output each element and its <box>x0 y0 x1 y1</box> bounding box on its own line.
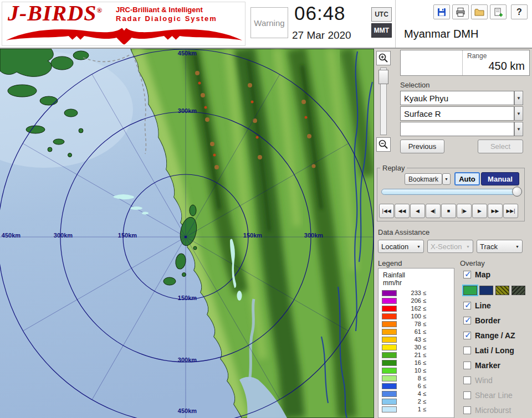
overlay-row-lati-long[interactable]: Lati / Long <box>463 346 530 356</box>
overlay-row-border[interactable]: Border <box>463 316 530 326</box>
transport-step-fwd-button[interactable]: |▶ <box>457 204 472 218</box>
legend-unit-line2: mm/hr <box>383 279 402 287</box>
overlay-row-range-az[interactable]: Range / AZ <box>463 331 530 341</box>
legend-unit-line1: Rainfall <box>383 271 405 279</box>
logo-title: J-BIRDS® <box>8 0 103 26</box>
option-combo-arrow-icon[interactable]: ▼ <box>514 122 523 136</box>
registered-mark: ® <box>96 6 103 14</box>
warning-status-button[interactable]: Warning <box>250 7 288 38</box>
help-button[interactable]: ? <box>511 4 528 19</box>
utc-toggle-button[interactable]: UTC <box>371 7 392 22</box>
legend-swatch <box>382 360 397 366</box>
manual-mode-button[interactable]: Manual <box>481 172 519 185</box>
legend-label: Legend <box>378 259 402 267</box>
bookmark-button[interactable]: Bookmark <box>405 173 442 185</box>
transport-ffwd-button[interactable]: ▶▶ <box>488 204 503 218</box>
transport-last-button[interactable]: ▶▶| <box>503 204 518 218</box>
zoom-in-button[interactable] <box>376 51 391 65</box>
legend-swatch <box>382 298 397 304</box>
location-dropdown-icon: ▼ <box>417 245 421 249</box>
legend-swatch <box>382 391 397 397</box>
zoom-out-button[interactable] <box>376 137 391 152</box>
legend-value: 43 ≤ <box>400 336 426 343</box>
mmt-toggle-button[interactable]: MMT <box>371 23 392 38</box>
header-divider <box>395 0 396 48</box>
data-assistance-label: Data Assistance <box>378 228 429 236</box>
legend-value: 4 ≤ <box>400 390 426 397</box>
selection-label: Selection <box>400 81 429 89</box>
save-button[interactable] <box>433 4 450 19</box>
overlay-row-map[interactable]: Map <box>463 270 530 280</box>
checkbox-marker[interactable] <box>463 362 471 369</box>
previous-button[interactable]: Previous <box>400 140 444 153</box>
bookmark-dropdown-icon[interactable]: ▼ <box>442 173 451 185</box>
overlay-border-label: Border <box>475 316 500 325</box>
overlay-row-microburst: Microburst <box>463 406 530 416</box>
legend-swatch <box>382 406 397 412</box>
checkbox-border[interactable] <box>463 317 471 324</box>
print-button[interactable] <box>452 4 469 19</box>
map-style-swatch-dark[interactable] <box>511 286 525 295</box>
open-folder-button[interactable] <box>471 4 488 19</box>
transport-stop-button[interactable]: ■ <box>441 204 456 218</box>
checkbox-shear-line <box>463 391 471 399</box>
legend-box: Rainfall mm/hr 233 ≤ 206 ≤ 162 ≤ 100 ≤ 7… <box>378 268 454 418</box>
legend-value: 2 ≤ <box>400 398 426 405</box>
overlay-row-marker[interactable]: Marker <box>463 361 530 371</box>
transport-play-back-button[interactable]: ◀ <box>410 204 425 218</box>
checkbox-range-az[interactable] <box>463 332 471 339</box>
ring-label-300-bottom: 300km <box>175 357 200 363</box>
control-panel: Range 450 km Selection Kyauk Phyu ▼ Surf… <box>374 49 532 418</box>
eagle-logo-icon <box>4 25 244 45</box>
checkbox-map[interactable] <box>463 271 471 278</box>
auto-mode-button[interactable]: Auto <box>454 172 480 185</box>
legend-swatch <box>382 337 397 343</box>
legend-value: 8 ≤ <box>400 375 426 381</box>
select-button[interactable]: Select <box>478 140 523 153</box>
track-button[interactable]: Track▼ <box>477 240 523 253</box>
legend-value: 30 ≤ <box>400 344 426 350</box>
legend-swatch <box>382 306 397 312</box>
option-combobox[interactable] <box>400 122 514 136</box>
x-section-button-label: X-Section <box>431 242 462 251</box>
transport-rewind-button[interactable]: ◀◀ <box>395 204 410 218</box>
legend-swatch <box>382 321 397 327</box>
replay-timeline-slider[interactable] <box>381 189 520 195</box>
zoom-out-icon <box>378 139 389 150</box>
ring-label-450-left: 450km <box>0 232 23 239</box>
jbirds-app: J-BIRDS® JRC-Brilliant & Intelligent Rad… <box>0 0 532 418</box>
ring-label-450-bottom: 450km <box>175 407 200 414</box>
overlay-map-label: Map <box>475 270 490 279</box>
location-button[interactable]: Location▼ <box>378 240 424 253</box>
ring-label-150-left: 150km <box>115 232 140 239</box>
checkbox-line[interactable] <box>463 302 471 309</box>
open-folder-icon <box>474 7 485 18</box>
export-button[interactable] <box>490 4 507 19</box>
legend-swatch <box>382 399 397 405</box>
clock-time: 06:48 <box>294 2 367 24</box>
checkbox-lati-long[interactable] <box>463 347 471 354</box>
overlay-row-line[interactable]: Line <box>463 301 530 311</box>
overlay-label: Overlay <box>460 259 485 267</box>
product-combobox[interactable]: Surface R <box>400 106 514 121</box>
legend-value: 206 ≤ <box>400 297 426 304</box>
radar-map[interactable]: 450km 300km 450km 300km 150km 150km 300k… <box>0 49 374 418</box>
track-dropdown-icon: ▼ <box>515 245 519 249</box>
replay-label: Replay <box>380 164 407 172</box>
legend-value: 233 ≤ <box>400 290 426 296</box>
site-combo-arrow-icon[interactable]: ▼ <box>514 91 523 105</box>
map-style-swatch-olive[interactable] <box>495 286 509 295</box>
replay-slider-thumb[interactable] <box>512 187 522 197</box>
x-section-button[interactable]: X-Section▼ <box>427 240 473 253</box>
transport-first-button[interactable]: |◀◀ <box>379 204 394 218</box>
overlay-microburst-label: Microburst <box>475 406 511 415</box>
help-icon: ? <box>516 7 522 17</box>
site-combobox[interactable]: Kyauk Phyu <box>400 91 514 105</box>
range-display: Range 450 km <box>400 50 530 76</box>
product-combo-arrow-icon[interactable]: ▼ <box>514 106 523 121</box>
map-style-swatch-green[interactable] <box>463 286 477 295</box>
transport-step-back-button[interactable]: ◀| <box>426 204 441 218</box>
zoom-slider-thumb[interactable] <box>378 70 388 84</box>
transport-play-button[interactable]: ▶ <box>472 204 487 218</box>
map-style-swatch-navy[interactable] <box>479 286 493 295</box>
